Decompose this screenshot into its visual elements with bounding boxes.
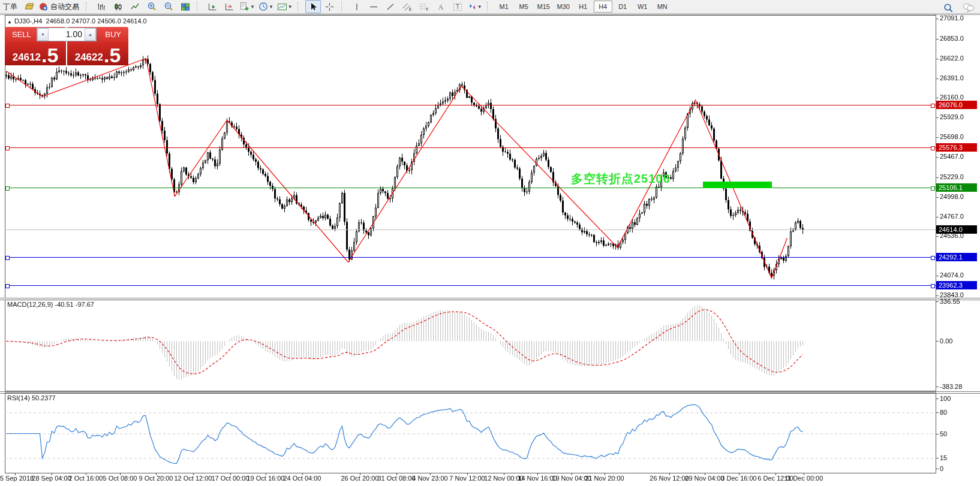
label-button[interactable]: T <box>450 0 465 13</box>
chat-button[interactable] <box>961 1 976 14</box>
price-axis-tick <box>936 295 939 296</box>
auto-scroll-button[interactable] <box>221 0 237 13</box>
crosshair-button[interactable] <box>322 0 338 13</box>
candlestick-chart-button[interactable] <box>110 0 126 13</box>
volume-increase-button[interactable]: ▲ <box>85 28 96 41</box>
rsi-axis-label: 15 <box>940 454 947 461</box>
timeframe-button-h1[interactable]: H1 <box>574 1 593 13</box>
price-axis-label: 24767.0 <box>940 213 964 220</box>
macd-axis-tick <box>936 341 939 342</box>
ohlc-values: 24658.0 24707.0 24506.0 24614.0 <box>46 17 147 25</box>
pivot-annotation-text[interactable]: 多空转折点25106 <box>571 171 671 187</box>
orders-label[interactable]: 丁单 <box>1 2 19 12</box>
new-order-icon <box>239 2 249 11</box>
timeframe-button-w1[interactable]: W1 <box>633 1 652 13</box>
period-button[interactable]: ▼ <box>257 0 275 13</box>
fibonacci-button[interactable]: F <box>416 0 432 13</box>
search-button[interactable] <box>940 1 956 14</box>
timeframe-button-m15[interactable]: M15 <box>534 1 553 13</box>
timeframe-button-m5[interactable]: M5 <box>515 1 533 13</box>
tile-windows-button[interactable] <box>178 0 193 13</box>
line-endpoint-marker[interactable] <box>931 186 935 191</box>
new-order-button[interactable]: ▼ <box>238 0 256 13</box>
cursor-button[interactable] <box>305 0 321 13</box>
gold-button[interactable] <box>20 0 36 13</box>
text-icon: A <box>437 2 444 11</box>
trendline-button[interactable] <box>383 0 398 13</box>
channel-button[interactable]: E <box>399 0 415 13</box>
timeframe-button-h4[interactable]: H4 <box>594 1 612 13</box>
cursor-icon <box>309 2 317 11</box>
arrows-button[interactable]: ▼ <box>467 0 483 13</box>
chart-shift-button[interactable] <box>205 0 220 13</box>
rsi-axis-tick <box>936 458 939 458</box>
green-highlight-bar[interactable] <box>703 182 772 188</box>
horizontal-line-button[interactable] <box>366 0 381 13</box>
sell-price-button[interactable]: 24612 .5 <box>5 42 66 65</box>
dropdown-arrow-icon[interactable]: ▼ <box>269 4 273 10</box>
line-endpoint-marker[interactable] <box>5 256 10 260</box>
arrows-icon <box>468 2 477 11</box>
time-axis-label: 9 Oct 20:00 <box>139 475 173 482</box>
line-endpoint-marker[interactable] <box>931 104 935 108</box>
time-axis-label: 3 Dec 16:00 <box>721 475 756 482</box>
horizontal-level-line[interactable] <box>5 147 936 148</box>
line-endpoint-marker[interactable] <box>931 256 935 260</box>
autotrade-button-label: 自动交易 <box>49 2 81 12</box>
price-level-badge: 26076.0 <box>936 101 977 109</box>
autotrade-button[interactable]: 自动交易 <box>37 0 82 13</box>
template-button[interactable]: ▼ <box>276 0 294 13</box>
price-level-badge: 24614.0 <box>936 225 977 234</box>
svg-text:E: E <box>409 7 412 11</box>
timeframe-button-m30[interactable]: M30 <box>554 1 573 13</box>
timeframe-button-d1[interactable]: D1 <box>614 1 632 13</box>
time-axis-label: 25 Sep 2018 <box>0 475 34 482</box>
line-endpoint-marker[interactable] <box>5 186 10 191</box>
timeframe-button-m1[interactable]: M1 <box>495 1 513 13</box>
trendline-icon <box>386 2 395 11</box>
line-endpoint-marker[interactable] <box>931 284 935 288</box>
dropdown-arrow-icon[interactable]: ▼ <box>477 4 482 10</box>
main-chart-canvas[interactable] <box>5 15 936 298</box>
buy-price-main: 24622 <box>75 52 103 64</box>
buy-price-button[interactable]: 24622 .5 <box>67 42 128 65</box>
horizontal-level-line[interactable] <box>5 285 936 286</box>
line-endpoint-marker[interactable] <box>931 146 935 150</box>
rsi-indicator-canvas[interactable] <box>5 393 936 473</box>
price-axis-tick <box>936 197 939 198</box>
collapse-triangle-icon[interactable]: ▲ <box>7 19 12 25</box>
line-endpoint-marker[interactable] <box>5 146 10 150</box>
text-button[interactable]: A <box>433 0 449 13</box>
price-level-badge: 25106.1 <box>936 183 977 192</box>
dropdown-arrow-icon[interactable]: ▼ <box>250 4 255 10</box>
zoom-in-button[interactable] <box>144 0 160 13</box>
horizontal-level-line[interactable] <box>5 105 936 105</box>
period-icon <box>258 2 268 11</box>
horizontal-level-line[interactable] <box>5 188 936 188</box>
sell-price-frac: .5 <box>41 47 58 64</box>
line-chart-button[interactable] <box>127 0 143 13</box>
dropdown-arrow-icon[interactable]: ▼ <box>288 4 293 10</box>
line-endpoint-marker[interactable] <box>5 104 10 108</box>
toolbar-right-icons <box>940 1 976 14</box>
bar-chart-button[interactable] <box>94 0 109 13</box>
price-axis-tick <box>936 117 939 118</box>
macd-axis-label: 0.00 <box>940 337 952 345</box>
chart-shift-icon <box>208 2 217 11</box>
template-icon <box>277 2 287 11</box>
svg-text:F: F <box>426 7 429 11</box>
sell-button-label: SELL <box>12 30 31 39</box>
horizontal-level-line[interactable] <box>5 230 936 230</box>
macd-axis-tick <box>936 387 939 387</box>
line-endpoint-marker[interactable] <box>5 284 10 288</box>
volume-decrease-button[interactable]: ▼ <box>37 28 49 41</box>
timeframe-button-mn[interactable]: MN <box>653 1 672 13</box>
vertical-line-button[interactable] <box>349 0 365 13</box>
zoom-out-button[interactable] <box>161 0 176 13</box>
horizontal-level-line[interactable] <box>5 257 936 258</box>
macd-axis-label: -383.28 <box>940 383 962 390</box>
volume-input[interactable]: 1.00 <box>49 28 85 41</box>
price-axis-tick <box>936 98 939 98</box>
macd-indicator-canvas[interactable] <box>5 300 936 391</box>
volume-stepper: ▼ 1.00 ▲ <box>37 28 97 41</box>
